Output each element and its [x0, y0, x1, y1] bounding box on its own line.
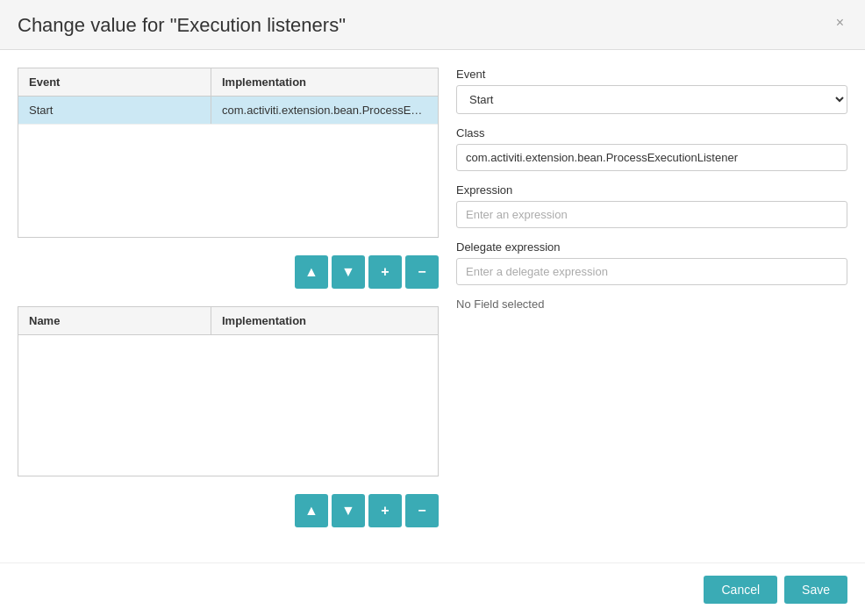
bottom-remove-button[interactable]: −	[405, 494, 439, 527]
top-remove-button[interactable]: −	[405, 255, 439, 289]
class-field-group: Class	[456, 126, 847, 171]
top-table: Event Implementation Start com.activiti.…	[18, 68, 439, 238]
save-button[interactable]: Save	[784, 576, 847, 604]
top-table-header: Event Implementation	[18, 68, 438, 97]
event-label: Event	[456, 68, 847, 81]
bottom-col-name: Name	[18, 307, 211, 334]
top-col-implementation: Implementation	[211, 68, 438, 96]
top-add-button[interactable]: +	[368, 255, 402, 289]
top-up-button[interactable]: ▲	[295, 255, 328, 289]
bottom-toolbar: ▲ ▼ + −	[18, 494, 439, 527]
dialog: Change value for "Execution listeners" ×…	[0, 0, 865, 616]
bottom-table-body	[18, 335, 438, 476]
bottom-up-button[interactable]: ▲	[295, 494, 328, 527]
bottom-down-button[interactable]: ▼	[332, 494, 365, 527]
close-button[interactable]: ×	[833, 14, 847, 32]
event-field-group: Event Start End Take	[456, 68, 847, 114]
bottom-table-header: Name Implementation	[18, 307, 438, 335]
class-input[interactable]	[456, 144, 847, 171]
top-table-container: Event Implementation Start com.activiti.…	[18, 68, 439, 238]
row-event-cell: Start	[18, 97, 211, 124]
class-label: Class	[456, 126, 847, 140]
delegate-expression-input[interactable]	[456, 258, 847, 285]
left-panel: Event Implementation Start com.activiti.…	[18, 68, 439, 545]
expression-field-group: Expression	[456, 183, 847, 228]
top-toolbar: ▲ ▼ + −	[18, 255, 439, 289]
table-row[interactable]: Start com.activiti.extension.bean.Proces…	[18, 97, 438, 125]
bottom-table-container: Name Implementation	[18, 306, 439, 476]
bottom-add-button[interactable]: +	[368, 494, 402, 527]
expression-label: Expression	[456, 183, 847, 197]
cancel-button[interactable]: Cancel	[704, 576, 777, 604]
right-panel: Event Start End Take Class Expression De…	[456, 68, 847, 545]
bottom-table: Name Implementation	[18, 306, 439, 476]
delegate-expression-label: Delegate expression	[456, 240, 847, 254]
event-select[interactable]: Start End Take	[456, 85, 847, 114]
expression-input[interactable]	[456, 201, 847, 228]
delegate-expression-field-group: Delegate expression	[456, 240, 847, 285]
dialog-body: Event Implementation Start com.activiti.…	[0, 50, 865, 562]
row-implementation-cell: com.activiti.extension.bean.ProcessExe..…	[211, 97, 438, 124]
bottom-col-implementation: Implementation	[211, 307, 438, 334]
dialog-footer: Cancel Save	[0, 562, 865, 616]
top-table-body: Start com.activiti.extension.bean.Proces…	[18, 97, 438, 237]
no-field-selected-text: No Field selected	[456, 297, 847, 311]
top-down-button[interactable]: ▼	[332, 255, 365, 289]
dialog-header: Change value for "Execution listeners" ×	[0, 0, 865, 50]
dialog-title: Change value for "Execution listeners"	[18, 14, 346, 37]
top-col-event: Event	[18, 68, 211, 96]
